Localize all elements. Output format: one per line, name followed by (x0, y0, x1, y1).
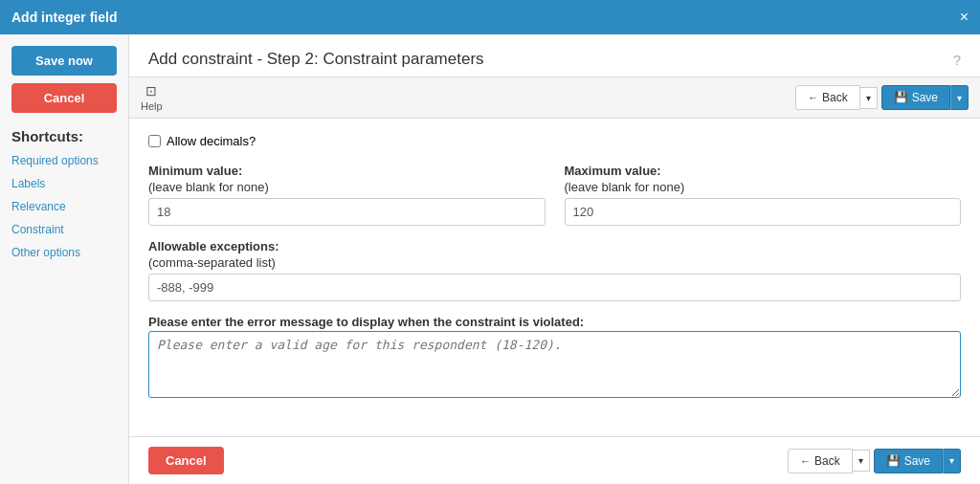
back-dropdown-button[interactable]: ▾ (860, 87, 878, 109)
footer-back-label: Back (814, 454, 840, 468)
help-tool-icon: ⊡ (145, 83, 157, 99)
shortcut-required-options[interactable]: Required options (11, 154, 117, 167)
cancel-footer-button[interactable]: Cancel (148, 447, 224, 474)
save-dropdown-button[interactable]: ▾ (950, 85, 969, 110)
footer-back-button[interactable]: ← Back (788, 449, 853, 473)
shortcuts-heading: Shortcuts: (11, 128, 117, 144)
footer-save-group: 💾 Save ▾ (874, 449, 961, 473)
allow-decimals-row: Allow decimals? (148, 134, 961, 148)
footer-back-arrow-icon: ← (800, 455, 811, 467)
shortcut-other-options[interactable]: Other options (11, 246, 117, 259)
min-value-label: Minimum value: (148, 164, 546, 178)
allowable-exceptions-label: Allowable exceptions: (148, 239, 961, 253)
form-body: Allow decimals? Minimum value: (leave bl… (129, 119, 980, 436)
save-label-top: Save (912, 91, 938, 104)
min-value-input[interactable] (148, 198, 546, 226)
help-button[interactable]: ⊡ Help (141, 83, 163, 112)
save-group: 💾 Save ▾ (881, 85, 969, 110)
allowable-exceptions-row: Allowable exceptions: (comma-separated l… (148, 239, 961, 301)
footer-save-button[interactable]: 💾 Save (874, 449, 943, 473)
allowable-exceptions-input[interactable] (148, 274, 961, 301)
back-arrow-icon: ← (808, 92, 818, 103)
main-layout: Save now Cancel Shortcuts: Required opti… (0, 34, 980, 484)
footer-save-label: Save (904, 454, 930, 468)
max-value-sublabel: (leave blank for none) (565, 180, 962, 194)
content-header: Add constraint - Step 2: Constraint para… (129, 34, 980, 77)
footer-toolbar-right: ← Back ▾ 💾 Save ▾ (788, 449, 961, 473)
close-button[interactable]: × (960, 10, 969, 25)
title-bar: Add integer field × (0, 0, 980, 34)
app-window: Add integer field × Save now Cancel Shor… (0, 0, 980, 484)
toolbar-right: ← Back ▾ 💾 Save ▾ (795, 85, 969, 110)
top-toolbar: ⊡ Help ← Back ▾ 💾 Save ▾ (129, 77, 980, 119)
sidebar: Save now Cancel Shortcuts: Required opti… (0, 34, 129, 484)
save-now-button[interactable]: Save now (11, 46, 117, 76)
allow-decimals-checkbox[interactable] (148, 135, 161, 147)
max-value-col: Maximum value: (leave blank for none) (565, 164, 962, 226)
save-disk-icon: 💾 (894, 91, 908, 104)
error-message-label: Please enter the error message to displa… (148, 315, 961, 329)
shortcut-constraint[interactable]: Constraint (11, 223, 117, 236)
back-label: Back (822, 91, 848, 104)
content-area: Add constraint - Step 2: Constraint para… (129, 34, 980, 484)
error-message-textarea[interactable] (148, 331, 961, 398)
min-max-row: Minimum value: (leave blank for none) Ma… (148, 164, 961, 226)
error-message-row: Please enter the error message to displa… (148, 315, 961, 401)
footer-back-dropdown-button[interactable]: ▾ (853, 450, 870, 472)
allowable-exceptions-sublabel: (comma-separated list) (148, 255, 961, 270)
footer-save-dropdown-button[interactable]: ▾ (943, 449, 961, 473)
top-back-button[interactable]: ← Back (795, 85, 860, 110)
shortcut-relevance[interactable]: Relevance (11, 200, 117, 213)
max-value-label: Maximum value: (565, 164, 962, 178)
step-title: Add constraint - Step 2: Constraint para… (148, 50, 484, 69)
min-value-col: Minimum value: (leave blank for none) (148, 164, 546, 226)
footer-save-disk-icon: 💾 (886, 454, 901, 468)
top-save-button[interactable]: 💾 Save (881, 85, 950, 110)
window-title: Add integer field (11, 10, 117, 25)
min-value-sublabel: (leave blank for none) (148, 180, 546, 194)
max-value-input[interactable] (565, 198, 962, 226)
cancel-sidebar-button[interactable]: Cancel (11, 83, 117, 113)
footer-toolbar: Cancel ← Back ▾ 💾 Save ▾ (129, 436, 980, 484)
help-icon[interactable]: ? (953, 52, 961, 68)
allow-decimals-label: Allow decimals? (167, 134, 256, 148)
help-tool-label: Help (141, 100, 163, 112)
shortcut-labels[interactable]: Labels (11, 177, 117, 190)
